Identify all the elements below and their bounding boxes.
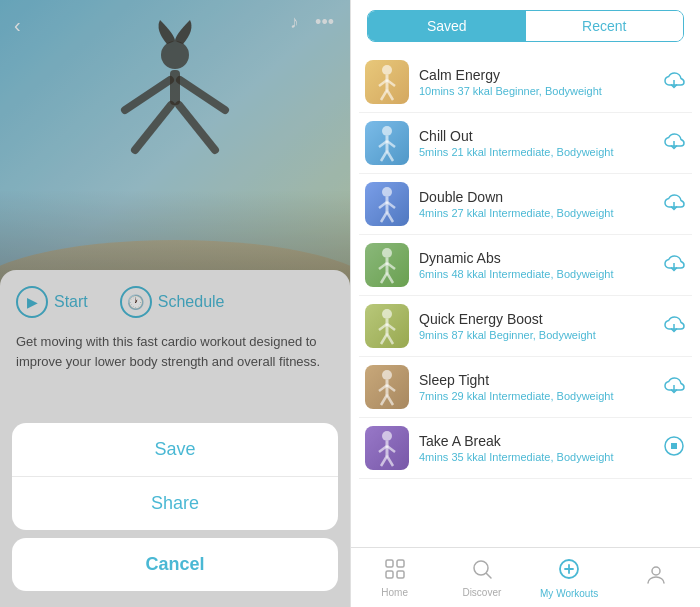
download-button-5[interactable] [662, 375, 686, 400]
workout-thumb-5 [365, 365, 409, 409]
workout-info-5: Sleep Tight7mins 29 kkal Intermediate, B… [419, 372, 652, 402]
workout-name-0: Calm Energy [419, 67, 652, 83]
workout-meta-0: 10mins 37 kkal Beginner, Bodyweight [419, 85, 652, 97]
recent-tab[interactable]: Recent [526, 11, 684, 41]
discover-label: Discover [462, 587, 501, 598]
my-workouts-label: My Workouts [540, 588, 598, 599]
svg-rect-58 [386, 560, 393, 567]
workout-info-4: Quick Energy Boost9mins 87 kkal Beginner… [419, 311, 652, 341]
workout-item-4[interactable]: Quick Energy Boost9mins 87 kkal Beginner… [359, 296, 692, 357]
svg-line-20 [387, 151, 393, 161]
workout-name-6: Take A Break [419, 433, 652, 449]
workout-thumb-1 [365, 121, 409, 165]
workout-item-5[interactable]: Sleep Tight7mins 29 kkal Intermediate, B… [359, 357, 692, 418]
svg-line-41 [387, 334, 393, 344]
svg-line-63 [486, 573, 491, 578]
svg-point-36 [382, 309, 392, 319]
svg-line-55 [387, 456, 393, 466]
download-button-2[interactable] [662, 192, 686, 217]
workout-info-0: Calm Energy10mins 37 kkal Beginner, Body… [419, 67, 652, 97]
svg-point-43 [382, 370, 392, 380]
workout-name-5: Sleep Tight [419, 372, 652, 388]
svg-line-12 [381, 90, 387, 100]
profile-icon [645, 563, 667, 590]
workout-thumb-0 [365, 60, 409, 104]
svg-rect-59 [397, 560, 404, 567]
workout-item-6[interactable]: Take A Break4mins 35 kkal Intermediate, … [359, 418, 692, 479]
workout-name-3: Dynamic Abs [419, 250, 652, 266]
saved-tab[interactable]: Saved [368, 11, 526, 41]
svg-point-62 [474, 561, 488, 575]
svg-line-48 [387, 395, 393, 405]
workout-meta-1: 5mins 21 kkal Intermediate, Bodyweight [419, 146, 652, 158]
cancel-sheet-item[interactable]: Cancel [12, 538, 338, 591]
profile-tab[interactable] [613, 563, 700, 592]
workout-item-3[interactable]: Dynamic Abs6mins 48 kkal Intermediate, B… [359, 235, 692, 296]
my-workouts-icon [557, 557, 581, 586]
home-tab[interactable]: Home [351, 558, 438, 598]
stop-button-6[interactable] [662, 434, 686, 463]
tab-bar: Home Discover My Workouts [351, 547, 700, 607]
discover-icon [471, 558, 493, 585]
workout-thumb-6 [365, 426, 409, 470]
svg-line-13 [387, 90, 393, 100]
left-panel: ‹ ♪ ••• Fast Cardio 10 MINS 79 KKAL ▶ St… [0, 0, 350, 607]
workout-name-2: Double Down [419, 189, 652, 205]
workout-name-4: Quick Energy Boost [419, 311, 652, 327]
workout-thumb-4 [365, 304, 409, 348]
workout-info-2: Double Down4mins 27 kkal Intermediate, B… [419, 189, 652, 219]
svg-line-33 [381, 273, 387, 283]
workout-meta-5: 7mins 29 kkal Intermediate, Bodyweight [419, 390, 652, 402]
action-sheet: Save Share Cancel [0, 0, 350, 607]
download-button-3[interactable] [662, 253, 686, 278]
svg-line-34 [387, 273, 393, 283]
workout-info-6: Take A Break4mins 35 kkal Intermediate, … [419, 433, 652, 463]
download-button-0[interactable] [662, 70, 686, 95]
workout-item-2[interactable]: Double Down4mins 27 kkal Intermediate, B… [359, 174, 692, 235]
svg-line-27 [387, 212, 393, 222]
svg-point-29 [382, 248, 392, 258]
home-label: Home [381, 587, 408, 598]
workout-meta-2: 4mins 27 kkal Intermediate, Bodyweight [419, 207, 652, 219]
svg-line-47 [381, 395, 387, 405]
svg-point-8 [382, 65, 392, 75]
save-sheet-item[interactable]: Save [12, 423, 338, 477]
svg-line-26 [381, 212, 387, 222]
workout-item-0[interactable]: Calm Energy10mins 37 kkal Beginner, Body… [359, 52, 692, 113]
svg-line-54 [381, 456, 387, 466]
svg-point-67 [652, 567, 660, 575]
workout-meta-3: 6mins 48 kkal Intermediate, Bodyweight [419, 268, 652, 280]
share-sheet-item[interactable]: Share [12, 477, 338, 530]
sheet-group: Save Share [12, 423, 338, 530]
my-workouts-tab[interactable]: My Workouts [526, 557, 613, 599]
svg-line-40 [381, 334, 387, 344]
workout-meta-4: 9mins 87 kkal Beginner, Bodyweight [419, 329, 652, 341]
workout-name-1: Chill Out [419, 128, 652, 144]
workout-thumb-2 [365, 182, 409, 226]
svg-point-50 [382, 431, 392, 441]
workout-thumb-3 [365, 243, 409, 287]
svg-point-15 [382, 126, 392, 136]
download-button-4[interactable] [662, 314, 686, 339]
workout-info-3: Dynamic Abs6mins 48 kkal Intermediate, B… [419, 250, 652, 280]
workout-meta-6: 4mins 35 kkal Intermediate, Bodyweight [419, 451, 652, 463]
svg-line-19 [381, 151, 387, 161]
svg-rect-61 [397, 571, 404, 578]
workout-item-1[interactable]: Chill Out5mins 21 kkal Intermediate, Bod… [359, 113, 692, 174]
workout-list: Calm Energy10mins 37 kkal Beginner, Body… [351, 52, 700, 547]
discover-tab[interactable]: Discover [438, 558, 525, 598]
segmented-control: Saved Recent [367, 10, 684, 42]
svg-point-22 [382, 187, 392, 197]
home-icon [384, 558, 406, 585]
svg-rect-60 [386, 571, 393, 578]
svg-rect-57 [671, 443, 677, 449]
right-panel: Saved Recent Calm Energy10mins 37 kkal B… [350, 0, 700, 607]
workout-info-1: Chill Out5mins 21 kkal Intermediate, Bod… [419, 128, 652, 158]
download-button-1[interactable] [662, 131, 686, 156]
